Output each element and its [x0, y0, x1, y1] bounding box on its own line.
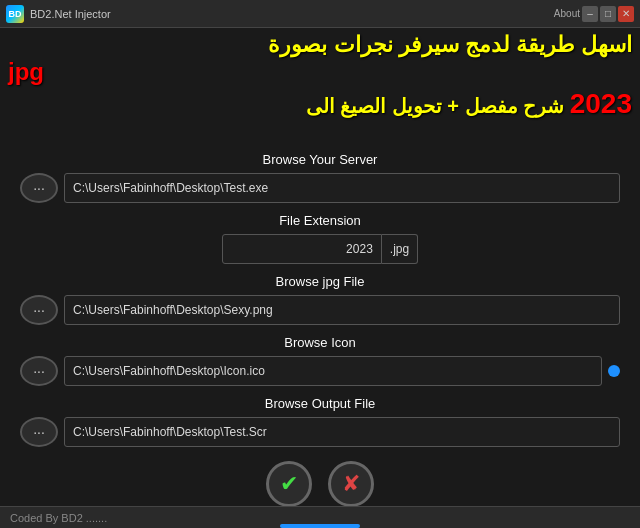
- confirm-button[interactable]: ✔: [266, 461, 312, 507]
- browse-jpg-button[interactable]: ···: [20, 295, 58, 325]
- footer-text: Coded By BD2 .......: [10, 512, 107, 524]
- browse-icon-row: ···: [20, 356, 620, 386]
- watermark: اسهل طريقة لدمج سيرفر نجرات بصورة jpg 20…: [0, 28, 640, 125]
- watermark-line2: jpg: [8, 58, 632, 87]
- browse-output-button[interactable]: ···: [20, 417, 58, 447]
- title-bar: BD BD2.Net Injector About – □ ✕: [0, 0, 640, 28]
- extension-suffix: .jpg: [382, 234, 418, 264]
- footer-bar: [280, 524, 360, 528]
- browse-output-row: ···: [20, 417, 620, 447]
- file-extension-label: File Extension: [20, 213, 620, 228]
- maximize-button[interactable]: □: [600, 6, 616, 22]
- browse-output-label: Browse Output File: [20, 396, 620, 411]
- browse-jpg-input[interactable]: [64, 295, 620, 325]
- main-content: Browse Your Server ··· File Extension .j…: [0, 138, 640, 515]
- browse-server-label: Browse Your Server: [20, 152, 620, 167]
- app-title: BD2.Net Injector: [30, 8, 111, 20]
- watermark-line1: اسهل طريقة لدمج سيرفر نجرات بصورة: [8, 32, 632, 58]
- browse-jpg-row: ···: [20, 295, 620, 325]
- about-button[interactable]: About: [554, 8, 580, 19]
- watermark-line3: 2023 شرح مفصل + تحويل الصيغ الى: [8, 87, 632, 121]
- browse-server-input[interactable]: [64, 173, 620, 203]
- browse-icon-input[interactable]: [64, 356, 602, 386]
- action-buttons: ✔ ✘: [20, 461, 620, 507]
- browse-icon-label: Browse Icon: [20, 335, 620, 350]
- status-indicator: [608, 365, 620, 377]
- browse-output-input[interactable]: [64, 417, 620, 447]
- extension-row: .jpg: [20, 234, 620, 264]
- browse-jpg-label: Browse jpg File: [20, 274, 620, 289]
- minimize-button[interactable]: –: [582, 6, 598, 22]
- extension-value-input[interactable]: [222, 234, 382, 264]
- browse-server-button[interactable]: ···: [20, 173, 58, 203]
- footer: Coded By BD2 .......: [0, 506, 640, 528]
- close-button[interactable]: ✕: [618, 6, 634, 22]
- browse-icon-button[interactable]: ···: [20, 356, 58, 386]
- title-bar-controls: About – □ ✕: [554, 6, 634, 22]
- title-bar-left: BD BD2.Net Injector: [6, 5, 111, 23]
- app-icon: BD: [6, 5, 24, 23]
- browse-server-row: ···: [20, 173, 620, 203]
- cancel-button[interactable]: ✘: [328, 461, 374, 507]
